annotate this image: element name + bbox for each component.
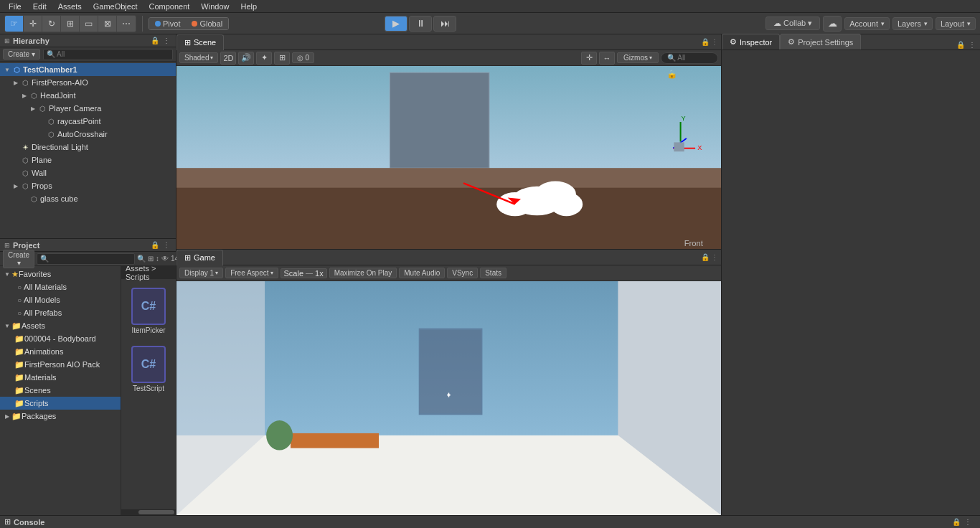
audio-btn[interactable]: 🔊 xyxy=(238,52,254,65)
collab-btn[interactable]: ☁ Collab ▾ xyxy=(765,16,820,30)
display-dropdown[interactable]: Display 1 xyxy=(179,268,223,278)
play-btn[interactable]: ▶ xyxy=(385,16,407,32)
hierarchy-lock-btn[interactable]: 🔒 xyxy=(150,36,160,46)
menu-edit[interactable]: Edit xyxy=(27,2,52,11)
hierarchy-search-input[interactable] xyxy=(43,49,173,60)
hierarchy-item-dirlight[interactable]: ☀ Directional Light xyxy=(0,141,176,154)
game-panel: ⊞ Game 🔒 ⋮ Display 1 Free Aspect Scale — xyxy=(176,250,721,515)
scale-tool-btn[interactable]: ⊞ xyxy=(61,16,80,32)
scrollbar-thumb[interactable] xyxy=(138,510,174,514)
testscript-cs-icon xyxy=(131,346,166,383)
hierarchy-scene-root[interactable]: ▼ ⬡ TestChamber1 xyxy=(0,63,176,76)
project-grid-icon: ⊞ xyxy=(4,242,10,249)
scene-viewport[interactable]: Y X Front 🔒 xyxy=(176,66,721,249)
project-search-btn[interactable]: 🔍 xyxy=(137,254,146,264)
gizmos-dropdown[interactable]: Gizmos xyxy=(617,52,659,63)
itempicker-cs-icon xyxy=(131,288,166,325)
props-expand-icon: ▶ xyxy=(11,182,20,190)
file-itempicker[interactable]: ItemPicker xyxy=(124,285,173,337)
game-tab[interactable]: ⊞ Game xyxy=(176,250,223,265)
scene-extra-btn[interactable]: ⊞ xyxy=(274,52,290,65)
scene-search-input[interactable] xyxy=(661,52,718,64)
project-create-btn[interactable]: Create ▾ xyxy=(3,250,34,268)
project-settings-tab[interactable]: ⚙ Project Settings xyxy=(780,34,861,50)
2d-btn[interactable]: 2D xyxy=(220,52,236,65)
layers-dropdown[interactable]: Layers xyxy=(892,17,933,30)
rect-tool-btn[interactable]: ▭ xyxy=(80,16,98,32)
console-dots-btn[interactable]: ⋮ xyxy=(963,517,973,527)
transform-tool-btn[interactable]: ⊠ xyxy=(98,16,117,32)
menu-file[interactable]: File xyxy=(3,2,27,11)
menu-gameobject[interactable]: GameObject xyxy=(88,2,143,11)
inspector-menu-btn[interactable]: ⋮ xyxy=(967,39,977,50)
game-viewport[interactable] xyxy=(176,281,721,515)
aspect-dropdown[interactable]: Free Aspect xyxy=(225,268,278,278)
all-prefabs-item[interactable]: ○ All Prefabs xyxy=(0,306,121,319)
step-btn[interactable]: ⏭ xyxy=(433,16,456,32)
project-sort-btn[interactable]: ↕ xyxy=(156,254,159,264)
menu-window[interactable]: Window xyxy=(195,2,235,11)
scene-rot-icon-btn[interactable]: ↔ xyxy=(599,52,615,65)
hierarchy-item-wall[interactable]: ⬡ Wall xyxy=(0,166,176,179)
assets-fpaio-item[interactable]: 📁 FirstPerson AIO Pack xyxy=(0,358,121,371)
file-testscript[interactable]: TestScript xyxy=(124,343,173,395)
inspector-tab[interactable]: ⚙ Inspector xyxy=(722,34,780,50)
project-menu-btn[interactable]: ⋮ xyxy=(161,240,171,250)
shaded-dropdown[interactable]: Shaded xyxy=(179,52,218,63)
fx-btn[interactable]: ✦ xyxy=(256,52,272,65)
console-lock-btn[interactable]: 🔒 xyxy=(951,517,961,527)
hierarchy-item-plane[interactable]: ⬡ Plane xyxy=(0,154,176,166)
console-panel: ⊞ Console 🔒 ⋮ Clear Collapse Clear on Pl… xyxy=(0,515,980,528)
fpaio-folder-icon: 📁 xyxy=(14,360,24,369)
favorites-group[interactable]: ▼ ★ Favorites xyxy=(0,268,121,280)
menu-help[interactable]: Help xyxy=(235,2,263,11)
all-materials-item[interactable]: ○ All Materials xyxy=(0,280,121,293)
assets-scripts-item[interactable]: 📁 Scripts xyxy=(0,397,121,410)
console-grid-icon: ⊞ xyxy=(4,517,11,527)
assets-packages-item[interactable]: ▶ 📁 Packages xyxy=(0,410,121,423)
assets-bodyboard-item[interactable]: 📁 000004 - Bodyboard xyxy=(0,332,121,345)
project-eye-btn[interactable]: 👁 xyxy=(161,254,169,264)
vsync-btn[interactable]: VSync xyxy=(447,268,478,278)
mute-audio-btn[interactable]: Mute Audio xyxy=(399,268,445,278)
rotate-tool-btn[interactable]: ↻ xyxy=(42,16,61,32)
stats-btn[interactable]: Stats xyxy=(480,268,507,278)
hierarchy-item-firstperson[interactable]: ▶ ⬡ FirstPerson-AIO xyxy=(0,76,176,89)
hierarchy-item-raycast[interactable]: ⬡ raycastPoint xyxy=(0,115,176,128)
project-scrollbar[interactable] xyxy=(121,509,176,515)
all-prefabs-label: All Prefabs xyxy=(24,308,62,317)
hierarchy-item-headjoint[interactable]: ▶ ⬡ HeadJoint xyxy=(0,89,176,102)
pivot-btn[interactable]: Pivot xyxy=(149,18,186,29)
hierarchy-item-props[interactable]: ▶ ⬡ Props xyxy=(0,179,176,192)
hierarchy-item-playercamera[interactable]: ▶ ⬡ Player Camera xyxy=(0,102,176,115)
hierarchy-create-btn[interactable]: Create ▾ xyxy=(3,49,40,60)
scene-tab[interactable]: ⊞ Scene xyxy=(176,34,224,50)
layout-dropdown[interactable]: Layout xyxy=(936,17,976,30)
custom-tool-btn[interactable]: ⋯ xyxy=(117,16,136,32)
pivot-label: Pivot xyxy=(163,19,180,28)
assets-animations-item[interactable]: 📁 Animations xyxy=(0,345,121,358)
hierarchy-item-autocrosshair[interactable]: ⬡ AutoCrosshair xyxy=(0,128,176,141)
cloud-btn[interactable]: ☁ xyxy=(823,16,842,32)
menu-assets[interactable]: Assets xyxy=(52,2,88,11)
game-header-tabs: ⊞ Game 🔒 ⋮ xyxy=(176,250,721,265)
scene-move-icon-btn[interactable]: ✛ xyxy=(581,52,597,65)
project-lock-btn[interactable]: 🔒 xyxy=(150,240,160,250)
maximize-on-play-btn[interactable]: Maximize On Play xyxy=(329,268,397,278)
move-tool-btn[interactable]: ✛ xyxy=(24,16,42,32)
menu-component[interactable]: Component xyxy=(143,2,195,11)
hand-tool-btn[interactable]: ☞ xyxy=(5,16,24,32)
assets-materials-item[interactable]: 📁 Materials xyxy=(0,371,121,384)
project-filter-btn[interactable]: ⊞ xyxy=(148,254,154,264)
account-dropdown[interactable]: Account xyxy=(844,17,890,30)
global-btn[interactable]: Global xyxy=(186,18,228,29)
hierarchy-item-glasscube[interactable]: ⬡ glass cube xyxy=(0,192,176,205)
scene-tab-icon: ⊞ xyxy=(184,38,191,47)
project-search-input[interactable] xyxy=(37,253,135,265)
inspector-lock-btn[interactable]: 🔒 xyxy=(956,39,966,50)
all-models-item[interactable]: ○ All Models xyxy=(0,293,121,306)
hierarchy-menu-btn[interactable]: ⋮ xyxy=(161,36,171,46)
pause-btn[interactable]: ⏸ xyxy=(409,16,432,32)
assets-group[interactable]: ▼ 📁 Assets xyxy=(0,319,121,332)
assets-scenes-item[interactable]: 📁 Scenes xyxy=(0,384,121,397)
